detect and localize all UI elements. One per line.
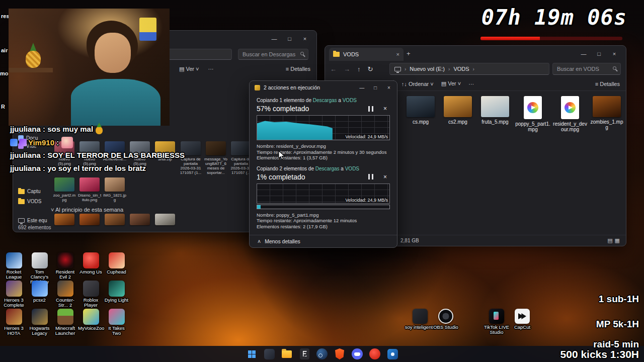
- obs-studio-icon: [438, 309, 453, 324]
- desktop-icon-capcut[interactable]: CapCut: [507, 308, 538, 330]
- view-menu[interactable]: ▤ Ver ˅: [179, 66, 199, 72]
- chat-message: jjuuliana : SOY EL TERROR DE LAS BARBIES…: [10, 151, 185, 159]
- chat-emote: [61, 137, 73, 148]
- file-explorer-icon: [282, 350, 292, 358]
- cancel-copy-button[interactable]: ×: [383, 173, 387, 180]
- view-toggle-icons[interactable]: ▤▦: [607, 237, 622, 244]
- progress-fill: [257, 205, 261, 209]
- cancel-copy-button[interactable]: ×: [383, 105, 387, 112]
- taskbar-blue-app[interactable]: [386, 347, 399, 360]
- file-item[interactable]: resident_y_devour.mpg: [552, 96, 588, 132]
- desktop-icon-among-us[interactable]: Among Us: [78, 251, 104, 280]
- file-item[interactable]: [153, 214, 177, 225]
- tab-vods[interactable]: VODS ×: [329, 48, 404, 61]
- more-options-button[interactable]: ···: [468, 81, 474, 87]
- desktop-icon-it-takes-two[interactable]: It Takes Two: [104, 308, 129, 336]
- source-folder-link[interactable]: Descargas: [315, 166, 340, 171]
- pause-button[interactable]: [368, 106, 373, 112]
- file-item[interactable]: cs.mpg: [403, 96, 438, 125]
- desktop-icon-pcsx2[interactable]: pcsx2: [27, 280, 52, 308]
- taskbar-steam[interactable]: [315, 347, 329, 360]
- file-item[interactable]: [77, 214, 102, 225]
- sidebar-item-this-pc[interactable]: Este equ: [18, 218, 47, 223]
- taskbar-red-app[interactable]: [368, 347, 381, 360]
- back-button[interactable]: ←: [330, 65, 337, 73]
- minimize-button[interactable]: —: [577, 51, 590, 57]
- chat-username: jjuuliana: [10, 125, 41, 133]
- copy-job-header: Copiando 2 elementos de Descargas a VODS: [257, 166, 390, 171]
- breadcrumb-drive[interactable]: Nuevo vol (E:): [410, 66, 445, 72]
- desktop-icon-dying-light[interactable]: Dying Light: [104, 280, 129, 308]
- desktop-icon-rocket-league[interactable]: Rocket League: [1, 251, 27, 280]
- taskbar-brave[interactable]: [333, 347, 346, 360]
- details-icon: ≡: [595, 81, 598, 87]
- speed-graph: Velocidad: 24,9 MB/s: [257, 184, 390, 204]
- breadcrumb[interactable]: › Nuevo vol (E:) › VODS ›: [389, 63, 549, 75]
- forward-button[interactable]: →: [344, 65, 350, 73]
- file-item[interactable]: zoo_part2.mpg: [52, 177, 76, 202]
- video-thumbnail: [54, 177, 74, 192]
- search-icon: [613, 66, 616, 70]
- close-button[interactable]: ×: [383, 85, 395, 90]
- desktop-icon-counter-strike-2[interactable]: Counter-Str... 2: [52, 280, 78, 308]
- taskbar-discord[interactable]: [351, 347, 364, 360]
- desktop-icon-cuphead[interactable]: Cuphead: [104, 251, 129, 280]
- file-item[interactable]: zombies_1.mpg: [589, 96, 624, 130]
- sidebar-item-vods[interactable]: VODS: [18, 199, 41, 204]
- search-input[interactable]: [238, 49, 308, 60]
- desktop-icon-roblox[interactable]: Roblox Player: [78, 280, 104, 308]
- taskbar-epic-games[interactable]: [298, 347, 311, 360]
- search-input[interactable]: [552, 63, 621, 75]
- file-item[interactable]: poppy_5_part1.mpg: [515, 96, 550, 132]
- source-folder-link[interactable]: Descargas: [313, 98, 337, 103]
- heroes3-icon: [6, 281, 22, 297]
- desktop-icon-myvoicezoo[interactable]: MyVoiceZoo: [78, 308, 104, 336]
- file-item[interactable]: message_YoungBATT_6 meses de soportar...: [204, 141, 227, 175]
- desktop-icon-rainbow-six[interactable]: Tom Clancy's Rainbow Si...: [27, 251, 52, 280]
- desktop-icon-obs-studio[interactable]: OBS Studio: [430, 308, 461, 330]
- refresh-button[interactable]: ↻: [368, 65, 373, 73]
- minimize-button[interactable]: —: [268, 36, 281, 42]
- file-item[interactable]: Diseno_sin_titulo.png: [77, 177, 102, 202]
- more-options-button[interactable]: ···: [208, 66, 213, 72]
- maximize-button[interactable]: □: [283, 36, 296, 42]
- taskbar-file-explorer[interactable]: [280, 347, 293, 360]
- close-button[interactable]: ×: [298, 36, 311, 42]
- view-menu[interactable]: ▤ Ver ˅: [441, 80, 461, 87]
- maximize-button[interactable]: □: [593, 51, 606, 57]
- details-toggle[interactable]: ≡ Detalles: [286, 66, 310, 72]
- target-folder-link[interactable]: VODS: [343, 98, 357, 103]
- pause-button[interactable]: [368, 174, 373, 179]
- file-item[interactable]: [52, 214, 76, 225]
- minimize-button[interactable]: —: [356, 85, 368, 90]
- target-folder-link[interactable]: VODS: [345, 166, 359, 171]
- chat-username: Yim910: [28, 138, 54, 147]
- taskbar-dark-app[interactable]: [263, 347, 276, 360]
- new-tab-button[interactable]: +: [407, 50, 411, 57]
- selected-size: 2,81 GB: [400, 238, 419, 243]
- file-item[interactable]: cs2.mpg: [440, 96, 475, 125]
- rocket-league-icon: [6, 252, 22, 268]
- up-button[interactable]: ↑: [357, 65, 361, 73]
- folder-icon: [18, 189, 25, 194]
- file-item[interactable]: [128, 214, 152, 225]
- desktop-icon-hogwarts-legacy[interactable]: Hogwarts Legacy: [27, 308, 52, 336]
- breadcrumb-folder[interactable]: VODS: [453, 66, 469, 72]
- sidebar-item-capturas[interactable]: Captu: [18, 189, 41, 194]
- desktop-icon-minecraft[interactable]: Minecraft Launcher: [52, 308, 78, 336]
- file-item[interactable]: fruta_5.mpg: [477, 96, 513, 125]
- desktop-icon-heroes3-complete[interactable]: Heroes 3 Complete: [1, 280, 27, 308]
- pcsx2-icon: [32, 281, 48, 297]
- close-button[interactable]: ×: [608, 51, 621, 57]
- desktop-icon-resident-evil-2[interactable]: Resident Evil 2: [52, 251, 78, 280]
- tab-close-icon[interactable]: ×: [396, 51, 399, 57]
- fewer-details-button[interactable]: ˄ Menos detalles: [250, 235, 397, 247]
- desktop-icon-heroes3-hota[interactable]: Heroes 3 HOTA: [1, 308, 27, 336]
- start-button[interactable]: [245, 347, 258, 360]
- details-toggle[interactable]: ≡ Detalles: [595, 81, 620, 87]
- sort-menu[interactable]: ↑↓ Ordenar ˅: [401, 81, 434, 87]
- group-header[interactable]: ˅ Al principio de esta semana: [51, 207, 123, 213]
- file-item[interactable]: IMG_1821.jpg: [103, 177, 127, 202]
- maximize-button[interactable]: □: [369, 85, 381, 90]
- file-item[interactable]: [103, 214, 127, 225]
